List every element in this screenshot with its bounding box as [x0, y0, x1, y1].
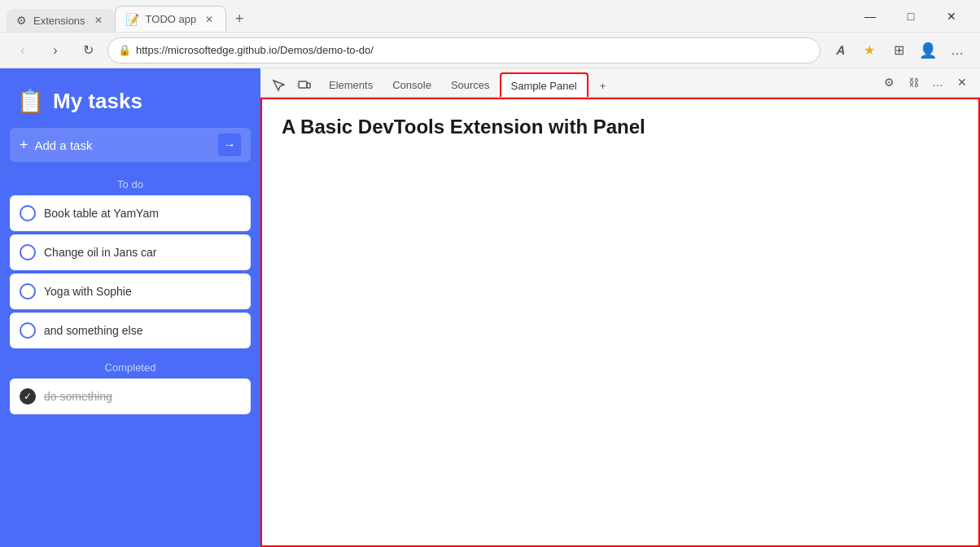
task-text-completed-1: do something [44, 390, 112, 403]
main-content: 📋 My tasks + Add a task → To do Book tab… [0, 68, 980, 547]
task-checkbox-2[interactable] [20, 244, 36, 260]
url-text: https://microsoftedge.github.io/Demos/de… [136, 44, 374, 56]
devtools-tab-bar: Elements Console Sources Sample Panel + … [260, 68, 980, 98]
back-button[interactable]: ‹ [10, 37, 36, 63]
new-tab-button[interactable]: + [226, 6, 252, 32]
close-button[interactable]: ✕ [933, 3, 970, 29]
tab-todo-app[interactable]: 📝 TODO app ✕ [115, 6, 227, 32]
extensions-tab-close[interactable]: ✕ [92, 14, 105, 27]
list-item[interactable]: Yoga with Sophie [10, 274, 251, 309]
completed-task-list: ✓ do something [0, 379, 260, 414]
tab-extensions[interactable]: ⚙ Extensions ✕ [7, 9, 115, 32]
tab-sample-panel[interactable]: Sample Panel [500, 72, 588, 97]
list-item[interactable]: and something else [10, 313, 251, 348]
refresh-button[interactable]: ↻ [75, 37, 101, 63]
svg-rect-1 [307, 83, 310, 88]
tab-console[interactable]: Console [383, 72, 441, 97]
devtools-remote-icon[interactable]: ⛓ [902, 71, 925, 94]
panel-content: A Basic DevTools Extension with Panel [260, 98, 980, 547]
todo-task-list: Book table at YamYam Change oil in Jans … [0, 195, 260, 348]
tab-sources[interactable]: Sources [441, 72, 500, 97]
devtools-right-icons: ⚙ ⛓ … ✕ [877, 71, 973, 97]
window-controls: — □ ✕ [842, 3, 980, 29]
security-lock-icon: 🔒 [118, 44, 131, 56]
devtools-settings-icon[interactable]: ⚙ [877, 71, 900, 94]
todo-app-icon: 📋 [16, 88, 45, 115]
collections-icon[interactable]: ⊞ [886, 37, 912, 63]
todo-app-title: My tasks [53, 89, 142, 114]
task-checkbox-4[interactable] [20, 322, 36, 339]
list-item[interactable]: Change oil in Jans car [10, 234, 251, 270]
list-item[interactable]: ✓ do something [10, 379, 251, 414]
title-bar: ⚙ Extensions ✕ 📝 TODO app ✕ + — □ ✕ [0, 0, 980, 33]
todo-tab-label: TODO app [146, 13, 197, 25]
toolbar-icons: 𝖠 ★ ⊞ 👤 … [827, 37, 970, 63]
devtools-close-icon[interactable]: ✕ [951, 71, 973, 94]
forward-button[interactable]: › [42, 37, 68, 63]
favorites-star-icon[interactable]: ★ [856, 37, 882, 63]
tab-bar: ⚙ Extensions ✕ 📝 TODO app ✕ + [0, 0, 842, 32]
completed-section-label: Completed [0, 361, 260, 374]
task-text-4: and something else [44, 324, 142, 337]
extensions-icon: ⚙ [16, 14, 27, 27]
add-task-plus-icon: + [20, 137, 28, 154]
minimize-button[interactable]: — [851, 3, 889, 29]
inspect-element-icon[interactable] [267, 74, 290, 97]
task-checkbox-1[interactable] [20, 205, 36, 221]
devtools-more-icon[interactable]: … [926, 71, 949, 94]
task-text-1: Book table at YamYam [44, 207, 159, 220]
browser-window: ⚙ Extensions ✕ 📝 TODO app ✕ + — □ ✕ ‹ › … [0, 0, 980, 547]
add-task-button[interactable]: + Add a task → [10, 128, 251, 162]
task-checkbox-completed-1[interactable]: ✓ [20, 388, 36, 405]
svg-rect-0 [299, 81, 307, 88]
completed-section: Completed ✓ do something [0, 358, 260, 414]
reader-view-icon[interactable]: 𝖠 [827, 37, 853, 63]
devtools-left-controls [267, 74, 316, 97]
add-task-label: Add a task [35, 138, 218, 152]
address-bar: ‹ › ↻ 🔒 https://microsoftedge.github.io/… [0, 33, 980, 68]
tab-elements[interactable]: Elements [319, 72, 383, 97]
add-devtools-tab-icon[interactable]: + [592, 74, 615, 97]
list-item[interactable]: Book table at YamYam [10, 195, 251, 231]
devtools-panel: Elements Console Sources Sample Panel + … [260, 68, 980, 547]
todo-sidebar: 📋 My tasks + Add a task → To do Book tab… [0, 68, 260, 547]
url-bar[interactable]: 🔒 https://microsoftedge.github.io/Demos/… [107, 37, 820, 63]
add-task-arrow-icon: → [218, 133, 241, 156]
todo-tab-icon: 📝 [125, 13, 139, 26]
panel-heading: A Basic DevTools Extension with Panel [282, 116, 959, 138]
task-text-3: Yoga with Sophie [44, 285, 132, 298]
profile-icon[interactable]: 👤 [915, 37, 941, 63]
device-emulation-icon[interactable] [293, 74, 316, 97]
more-options-icon[interactable]: … [944, 37, 970, 63]
todo-section-label: To do [0, 178, 260, 190]
todo-header: 📋 My tasks [0, 68, 260, 128]
maximize-button[interactable]: □ [892, 3, 930, 29]
task-text-2: Change oil in Jans car [44, 246, 157, 259]
todo-tab-close[interactable]: ✕ [203, 13, 216, 26]
extensions-tab-label: Extensions [33, 15, 85, 27]
task-checkbox-3[interactable] [20, 283, 36, 300]
